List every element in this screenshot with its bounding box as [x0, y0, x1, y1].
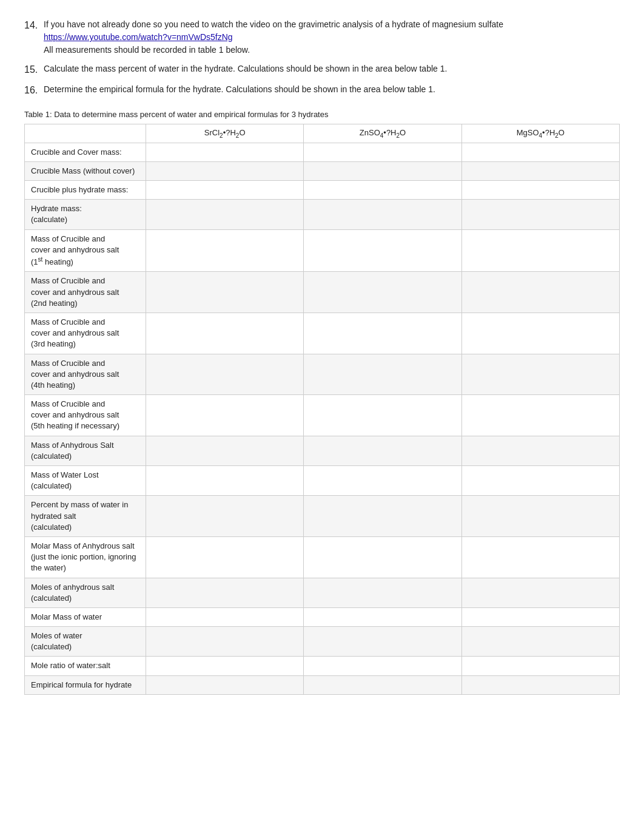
row-label: Empirical formula for hydrate: [25, 675, 146, 694]
data-cell[interactable]: [461, 675, 619, 694]
col-header-mgso: MgSO4•?H2O: [461, 124, 619, 143]
data-cell[interactable]: [146, 578, 304, 607]
data-cell[interactable]: [461, 200, 619, 229]
instruction-15-text: Calculate the mass percent of water in t…: [44, 63, 620, 77]
row-label: Mass of Water Lost(calculated): [25, 466, 146, 496]
row-label: Molar Mass of water: [25, 607, 146, 626]
data-cell[interactable]: [304, 436, 461, 465]
instruction-14-number: 14.: [24, 18, 41, 56]
data-cell[interactable]: [146, 466, 304, 496]
data-cell[interactable]: [304, 607, 461, 626]
data-cell[interactable]: [461, 496, 619, 537]
data-cell[interactable]: [146, 180, 304, 199]
instruction-14-text: If you have not already done so you need…: [44, 18, 620, 56]
data-cell[interactable]: [304, 313, 461, 354]
data-cell[interactable]: [146, 313, 304, 354]
table-section: Table 1: Data to determine mass percent …: [24, 110, 620, 695]
table-row: Mass of Anhydrous Salt(calculated): [25, 436, 620, 465]
data-cell[interactable]: [146, 143, 304, 161]
data-cell[interactable]: [461, 354, 619, 395]
row-label: Molar Mass of Anhydrous salt (just the i…: [25, 536, 146, 578]
row-label: Mass of Crucible andcover and anhydrous …: [25, 395, 146, 436]
data-cell[interactable]: [146, 229, 304, 272]
table-row: Molar Mass of water: [25, 607, 620, 626]
row-label: Mass of Crucible andcover and anhydrous …: [25, 313, 146, 354]
data-cell[interactable]: [304, 229, 461, 272]
data-table: SrCl2•?H2O ZnSO4•?H2O MgSO4•?H2O Crucibl…: [24, 124, 620, 695]
row-label: Mass of Crucible andcover and anhydrous …: [25, 272, 146, 313]
data-cell[interactable]: [304, 657, 461, 675]
data-cell[interactable]: [304, 496, 461, 537]
data-cell[interactable]: [461, 395, 619, 436]
data-cell[interactable]: [461, 272, 619, 313]
instruction-15-number: 15.: [24, 63, 41, 77]
data-cell[interactable]: [146, 607, 304, 626]
row-label: Mass of Crucible andcover and anhydrous …: [25, 229, 146, 272]
row-label: Mass of Anhydrous Salt(calculated): [25, 436, 146, 465]
data-cell[interactable]: [146, 200, 304, 229]
table-row: Mass of Crucible andcover and anhydrous …: [25, 272, 620, 313]
data-cell[interactable]: [146, 496, 304, 537]
table-row: Mass of Crucible andcover and anhydrous …: [25, 395, 620, 436]
data-cell[interactable]: [304, 675, 461, 694]
row-label: Hydrate mass:(calculate): [25, 200, 146, 229]
data-cell[interactable]: [304, 180, 461, 199]
data-cell[interactable]: [146, 536, 304, 578]
instruction-16: 16. Determine the empirical formula for …: [24, 83, 620, 98]
data-cell[interactable]: [461, 313, 619, 354]
table-row: Moles of water(calculated): [25, 627, 620, 657]
data-cell[interactable]: [461, 436, 619, 465]
row-label: Moles of anhydrous salt(calculated): [25, 578, 146, 607]
data-cell[interactable]: [304, 395, 461, 436]
data-cell[interactable]: [304, 272, 461, 313]
data-cell[interactable]: [304, 627, 461, 657]
table-row: Crucible Mass (without cover): [25, 161, 620, 180]
row-label: Crucible Mass (without cover): [25, 161, 146, 180]
data-cell[interactable]: [146, 675, 304, 694]
data-cell[interactable]: [146, 272, 304, 313]
data-cell[interactable]: [304, 536, 461, 578]
data-cell[interactable]: [146, 627, 304, 657]
table-row: Crucible and Cover mass:: [25, 143, 620, 161]
row-label: Mass of Crucible andcover and anhydrous …: [25, 354, 146, 395]
table-row: Crucible plus hydrate mass:: [25, 180, 620, 199]
col-header-empty: [25, 124, 146, 143]
row-label: Crucible and Cover mass:: [25, 143, 146, 161]
table-row: Percent by mass of water in hydrated sal…: [25, 496, 620, 537]
table-row: Molar Mass of Anhydrous salt (just the i…: [25, 536, 620, 578]
instruction-16-text: Determine the empirical formula for the …: [44, 83, 620, 98]
data-cell[interactable]: [461, 607, 619, 626]
data-cell[interactable]: [461, 229, 619, 272]
data-cell[interactable]: [461, 627, 619, 657]
row-label: Crucible plus hydrate mass:: [25, 180, 146, 199]
youtube-link[interactable]: https://www.youtube.com/watch?v=nmVwDs5f…: [44, 32, 233, 42]
data-cell[interactable]: [304, 143, 461, 161]
row-label: Percent by mass of water in hydrated sal…: [25, 496, 146, 537]
data-cell[interactable]: [461, 657, 619, 675]
data-cell[interactable]: [304, 466, 461, 496]
data-cell[interactable]: [146, 436, 304, 465]
col-header-znso: ZnSO4•?H2O: [304, 124, 461, 143]
data-cell[interactable]: [461, 578, 619, 607]
data-cell[interactable]: [304, 578, 461, 607]
data-cell[interactable]: [146, 657, 304, 675]
data-cell[interactable]: [461, 536, 619, 578]
data-cell[interactable]: [146, 395, 304, 436]
row-label: Mole ratio of water:salt: [25, 657, 146, 675]
data-cell[interactable]: [304, 354, 461, 395]
data-cell[interactable]: [304, 200, 461, 229]
data-cell[interactable]: [461, 161, 619, 180]
instructions-section: 14. If you have not already done so you …: [24, 18, 620, 98]
table-caption: Table 1: Data to determine mass percent …: [24, 110, 620, 119]
table-row: Mole ratio of water:salt: [25, 657, 620, 675]
data-cell[interactable]: [461, 143, 619, 161]
table-row: Empirical formula for hydrate: [25, 675, 620, 694]
data-cell[interactable]: [304, 161, 461, 180]
data-cell[interactable]: [146, 161, 304, 180]
data-cell[interactable]: [461, 180, 619, 199]
instruction-16-number: 16.: [24, 83, 41, 98]
data-cell[interactable]: [461, 466, 619, 496]
table-row: Moles of anhydrous salt(calculated): [25, 578, 620, 607]
data-cell[interactable]: [146, 354, 304, 395]
table-row: Mass of Crucible andcover and anhydrous …: [25, 229, 620, 272]
